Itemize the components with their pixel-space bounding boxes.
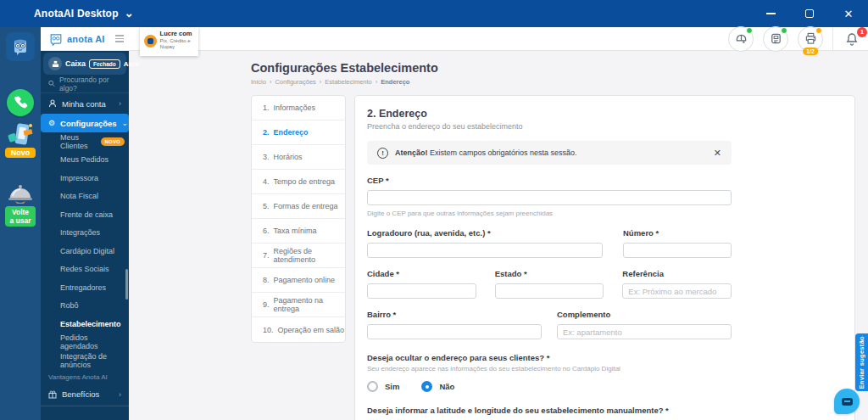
bairro-label: Bairro * <box>367 310 542 319</box>
cash-label: Caixa <box>65 59 86 68</box>
step-regioes-de-atendimento[interactable]: 7.Regiões de atendimento <box>252 244 345 268</box>
sidebar-item-robo[interactable]: Robô <box>41 297 129 316</box>
step-horarios[interactable]: 3.Horários <box>252 145 345 170</box>
alert-close-icon[interactable]: ✕ <box>714 148 721 159</box>
referencia-input[interactable] <box>622 283 732 299</box>
step-taxa-minima[interactable]: 6.Taxa mínima <box>252 219 345 244</box>
printer-button[interactable]: 1/2 <box>798 26 823 52</box>
whatsapp-icon <box>7 89 34 116</box>
cloche-icon <box>7 182 34 204</box>
complemento-input[interactable] <box>557 324 732 339</box>
logradouro-input[interactable] <box>367 243 603 258</box>
sidebar-item-entregadores[interactable]: Entregadores <box>41 278 129 297</box>
status-dot-green <box>746 27 753 34</box>
sidebar-item-configuracoes[interactable]: ⚙ Configurações ⌄ <box>41 114 129 132</box>
hide-address-question: Deseja ocultar o endereço para seus clie… <box>367 353 732 362</box>
sidebar-item-cardapio-digital[interactable]: Cardápio Digital <box>41 242 129 260</box>
window-controls: ✕ <box>751 0 868 27</box>
notification-count-badge: 1 <box>857 27 867 37</box>
app-menu[interactable]: AnotaAI Desktop ⌄ <box>34 8 134 20</box>
numero-input[interactable] <box>623 243 732 258</box>
breadcrumb: Início › Configurações › Estabelecimento… <box>251 78 855 86</box>
novo-badge: Novo <box>5 148 36 158</box>
status-dot-orange <box>815 27 822 34</box>
sidebar-item-pedidos-agendados[interactable]: Pedidos agendados <box>41 333 129 352</box>
breadcrumb-inicio[interactable]: Início <box>251 78 266 86</box>
delivery-helmet-icon <box>735 32 748 45</box>
step-endereco[interactable]: 2.Endereço <box>252 120 345 145</box>
cep-input[interactable] <box>367 190 732 205</box>
sidebar-item-minha-conta[interactable]: Minha conta › <box>41 93 129 114</box>
novo-feature-shortcut[interactable]: Novo <box>0 122 41 158</box>
whatsapp-shortcut[interactable] <box>0 89 41 116</box>
sidebar-item-label: Impressora <box>60 174 98 182</box>
radio-sim[interactable]: Sim <box>367 381 399 392</box>
header-divider <box>832 28 833 50</box>
sidebar-collapse-icon[interactable] <box>113 32 126 45</box>
main-content: Configurações Estabelecimento Início › C… <box>129 51 868 420</box>
sidebar-item-integracao-de-anuncios[interactable]: Integração de anúncios <box>41 351 129 370</box>
anotaai-logo-icon <box>49 32 63 46</box>
breadcrumb-endereco: Endereço <box>381 78 409 86</box>
sidebar-item-impressora[interactable]: Impressora <box>41 169 129 188</box>
send-suggestion-tab[interactable]: Enviar sugestão <box>855 333 868 391</box>
promo-title: Lucre com <box>160 30 192 38</box>
minimize-button[interactable] <box>751 0 790 27</box>
person-icon <box>48 99 57 108</box>
step-tempo-de-entrega[interactable]: 4.Tempo de entrega <box>252 170 345 194</box>
estado-input[interactable] <box>495 283 604 299</box>
cidade-input[interactable] <box>367 283 476 299</box>
sidebar-item-label: Entregadores <box>60 283 106 292</box>
open-cash-button[interactable]: Abrir <box>124 60 140 68</box>
cidade-label: Cidade * <box>367 269 476 278</box>
pos-terminal-icon <box>770 32 782 45</box>
sidebar-scrollbar[interactable] <box>125 269 128 300</box>
required-fields-alert: ! Atenção! Existem campos obrigatórios n… <box>367 141 732 165</box>
search-placeholder: Procurando por algo? <box>59 76 121 92</box>
promo-tab[interactable]: Lucre com Pix, Crédito e Nupay <box>140 27 198 56</box>
phone-payment-icon <box>6 122 35 146</box>
cash-register-icon <box>48 57 62 70</box>
anotaai-app-shortcut[interactable] <box>0 32 41 61</box>
step-pagamento-online[interactable]: 8.Pagamento online <box>252 268 345 293</box>
step-formas-de-entrega[interactable]: 5.Formas de entrega <box>252 194 345 219</box>
pos-terminal-button[interactable] <box>763 26 788 52</box>
address-form-card: 2. Endereço Preencha o endereço do seu e… <box>354 95 855 420</box>
maximize-button[interactable] <box>790 0 829 27</box>
breadcrumb-estabelecimento[interactable]: Estabelecimento <box>325 78 371 86</box>
sidebar-item-meus-clientes[interactable]: Meus Clientes NOVO <box>41 132 129 151</box>
sidebar-item-redes-sociais[interactable]: Redes Sociais <box>41 260 129 279</box>
close-button[interactable]: ✕ <box>829 0 868 27</box>
bairro-input[interactable] <box>367 324 542 339</box>
radio-nao[interactable]: Não <box>421 381 454 392</box>
sidebar-item-beneficios[interactable]: Benefícios › <box>41 384 129 405</box>
form-subtitle: Preencha o endereço do seu estabelecimen… <box>367 122 732 131</box>
volte-a-usar-shortcut[interactable]: Voltea usar <box>0 182 41 227</box>
alert-text: Atenção! Existem campos obrigatórios nes… <box>395 148 577 157</box>
sidebar-item-integracoes[interactable]: Integrações <box>41 224 129 243</box>
breadcrumb-configuracoes[interactable]: Configurações <box>275 78 315 86</box>
step-pagamento-na-entrega[interactable]: 9.Pagamento na entrega <box>252 293 345 317</box>
delivery-status-button[interactable] <box>728 26 754 52</box>
cep-label: CEP * <box>367 176 732 185</box>
sidebar-search[interactable]: Procurando por algo? <box>41 75 129 93</box>
step-operacao-em-salao[interactable]: 10.Operação em salão <box>252 317 345 342</box>
sidebar-item-nota-fiscal[interactable]: Nota Fiscal <box>41 188 129 206</box>
left-icon-rail: Novo Voltea usar <box>0 27 41 420</box>
pix-coin-icon <box>144 35 157 48</box>
gear-icon: ⚙ <box>48 120 55 127</box>
sidebar-item-label: Meus Clientes <box>60 133 97 150</box>
support-chat-button[interactable] <box>834 389 860 414</box>
sidebar-item-estabelecimento[interactable]: Estabelecimento <box>41 315 129 333</box>
breadcrumb-separator: › <box>320 78 322 86</box>
sidebar-item-meus-pedidos[interactable]: Meus Pedidos <box>41 151 129 170</box>
search-icon <box>48 80 55 87</box>
cash-register-row: Caixa Fechado Abrir <box>43 53 126 75</box>
notifications-button[interactable]: 1 <box>843 30 861 48</box>
step-informacoes[interactable]: 1.Informações <box>252 96 345 120</box>
sidebar-item-frente-de-caixa[interactable]: Frente de caixa <box>41 205 129 224</box>
cash-status-badge: Fechado <box>89 59 120 69</box>
breadcrumb-separator: › <box>270 78 272 86</box>
referencia-label: Referência <box>622 269 732 278</box>
alert-icon: ! <box>377 148 388 159</box>
